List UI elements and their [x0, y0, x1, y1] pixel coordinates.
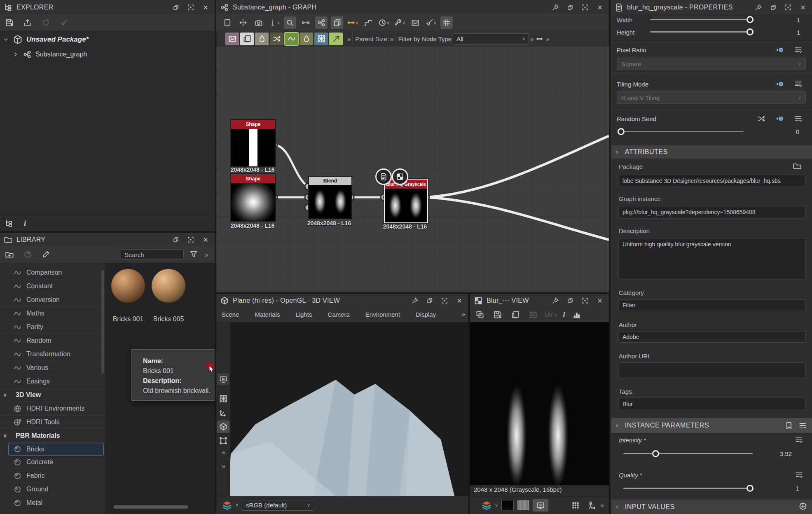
graph-pin-button[interactable] [550, 2, 560, 12]
explorer-close-button[interactable]: × [201, 2, 211, 12]
library-item-metal[interactable]: Metal [0, 496, 105, 510]
view2d-maximize-button[interactable] [580, 296, 590, 306]
snap-grid-button[interactable] [440, 16, 453, 29]
description-textarea[interactable]: Uniform high quality blur grayscale vers… [619, 238, 806, 279]
histogram-button[interactable] [571, 308, 583, 321]
compute-time-button[interactable]: ∨ [378, 16, 390, 29]
view2d-overflow-icon[interactable]: » [601, 502, 603, 509]
graph-instance-input[interactable] [619, 206, 806, 218]
clean-graph-button[interactable]: ∨ [425, 16, 437, 29]
section-chevron-icon[interactable]: ∨ [3, 433, 11, 439]
package-input[interactable] [619, 175, 806, 187]
background-black-swatch[interactable] [501, 500, 514, 510]
view3d-menu-overflow-icon[interactable]: » [462, 311, 464, 318]
view2d-colorspace-chevron[interactable]: ∨ [495, 502, 498, 508]
new-folder-button[interactable] [3, 248, 16, 261]
random-seed-function-button[interactable] [775, 113, 785, 124]
tags-input[interactable] [619, 398, 806, 410]
library-close-button[interactable]: × [201, 235, 211, 245]
display-settings-button[interactable] [217, 373, 229, 386]
library-float-button[interactable] [171, 235, 181, 245]
wireframe-button[interactable] [217, 435, 229, 447]
height-slider-handle[interactable] [746, 28, 753, 35]
node-type-blur-button[interactable] [300, 33, 313, 45]
library-item-random[interactable]: Random [0, 334, 105, 348]
node-type-filter-dropdown[interactable]: All ∨ [453, 33, 529, 44]
library-search-input[interactable] [121, 249, 184, 260]
collapse-chevron-icon[interactable] [2, 36, 9, 43]
node-type-overflow-icon[interactable]: » [347, 35, 350, 42]
pixel-ratio-function-button[interactable] [775, 44, 785, 55]
preset-button[interactable] [785, 421, 793, 430]
library-item-easings[interactable]: Easings [0, 375, 105, 388]
graph-view-button[interactable] [315, 16, 328, 29]
quality-slider-handle[interactable] [746, 485, 753, 492]
link-dots-button[interactable] [534, 33, 545, 45]
package-folder-button[interactable] [792, 161, 803, 171]
library-item-transformation[interactable]: Transformation [0, 348, 105, 361]
view3d-float-button[interactable] [425, 296, 435, 306]
material-thumbnail-bricks-005[interactable] [152, 269, 185, 303]
mannequin-button[interactable] [585, 499, 597, 512]
properties-pin-button[interactable] [753, 2, 763, 12]
export-button[interactable] [21, 16, 34, 29]
category-input[interactable] [619, 299, 806, 311]
frame-tool-button[interactable] [221, 16, 234, 29]
library-item-various[interactable]: Various [0, 361, 105, 375]
intensity-menu-button[interactable] [794, 435, 805, 445]
node-type-uniform-color-button[interactable] [240, 33, 254, 45]
library-item-bricks[interactable]: Bricks [8, 443, 104, 456]
view3d-pin-button[interactable] [410, 296, 420, 306]
node-type-blend-button[interactable] [255, 33, 269, 45]
properties-close-button[interactable]: × [798, 2, 808, 12]
node-2d-view-badge[interactable] [392, 168, 408, 185]
display-filter-button[interactable] [533, 499, 548, 512]
node-blur-hq-grayscale[interactable]: Blur HQ Grayscale [384, 179, 428, 223]
input-values-header[interactable]: ∨ INPUT VALUES [611, 500, 812, 514]
author-input[interactable] [619, 331, 806, 343]
info-tab-icon[interactable]: i [24, 219, 26, 228]
transform-image-button[interactable] [527, 308, 539, 321]
width-slider[interactable] [650, 19, 753, 20]
node-blend[interactable]: Blend [308, 176, 352, 219]
toolbar-overflow-icon[interactable]: » [546, 35, 549, 42]
view3d-maximize-button[interactable] [440, 296, 449, 306]
section-chevron-icon[interactable]: ∨ [3, 392, 11, 398]
instance-params-menu-button[interactable] [799, 421, 807, 430]
library-item-conversion[interactable]: Conversion [0, 293, 105, 307]
view3d-viewport[interactable] [216, 322, 468, 496]
instance-parameters-header[interactable]: ∨ INSTANCE PARAMETERS [611, 418, 812, 433]
hierarchy-tab-icon[interactable] [5, 219, 13, 227]
perspective-button[interactable] [217, 421, 229, 433]
intensity-slider-handle[interactable] [652, 450, 659, 457]
library-item-comparison[interactable]: Comparison [0, 266, 105, 280]
library-item-constant[interactable]: Constant [0, 280, 105, 293]
quality-menu-button[interactable] [794, 470, 805, 480]
layers-button[interactable] [331, 16, 343, 29]
library-item-fabric[interactable]: Fabric [0, 469, 105, 483]
random-seed-shuffle-button[interactable] [756, 113, 767, 124]
edit-button[interactable] [40, 248, 52, 261]
tree-item-graph[interactable]: Substance_graph [12, 50, 87, 58]
random-seed-slider-handle[interactable] [618, 128, 625, 135]
colorspace-layers-icon[interactable] [222, 500, 232, 510]
screenshot-button[interactable] [253, 16, 265, 29]
actual-size-button[interactable] [237, 16, 249, 29]
explorer-maximize-button[interactable] [186, 2, 196, 12]
library-list-scrollbar[interactable] [101, 270, 104, 373]
node-type-transform-button[interactable] [270, 33, 283, 45]
clean-button[interactable] [58, 16, 70, 29]
background-toggle-button[interactable] [474, 308, 486, 321]
pixel-ratio-dropdown[interactable]: Square ∨ [617, 58, 806, 70]
intensity-slider[interactable] [623, 453, 753, 454]
material-thumbnail-bricks-001[interactable] [111, 269, 145, 303]
image-info-button[interactable]: i [563, 310, 565, 319]
library-item-hdri-environments[interactable]: HDRI Environments [0, 402, 105, 416]
connector-style-button[interactable] [362, 16, 374, 29]
quality-slider[interactable] [623, 488, 753, 489]
view2d-close-button[interactable]: × [595, 296, 605, 306]
tiling-mode-dropdown[interactable]: H and V Tiling ∨ [617, 91, 806, 104]
thumbnails-button[interactable] [409, 16, 421, 29]
transform-gizmo-button[interactable] [217, 407, 229, 419]
library-item-pbr-materials[interactable]: ∨PBR Materials [0, 429, 105, 443]
